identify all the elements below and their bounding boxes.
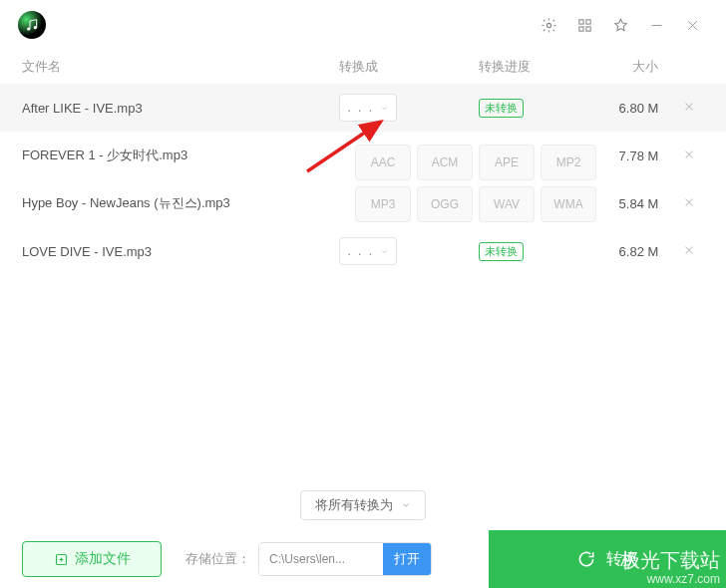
grid-button[interactable] (568, 9, 600, 41)
format-option-mp3[interactable]: MP3 (355, 186, 411, 222)
format-option-ape[interactable]: APE (479, 145, 535, 180)
add-file-label: 添加文件 (75, 550, 131, 568)
open-path-button[interactable]: 打开 (383, 543, 431, 575)
format-option-wav[interactable]: WAV (479, 186, 535, 222)
close-icon (682, 195, 696, 209)
favorite-button[interactable] (604, 9, 636, 41)
app-logo (18, 11, 46, 39)
format-option-acm[interactable]: ACM (417, 145, 473, 180)
format-option-aac[interactable]: AAC (355, 145, 411, 180)
minimize-icon (648, 17, 665, 34)
convert-label: 转换 (606, 549, 638, 570)
chevron-down-icon (380, 247, 389, 256)
add-file-icon (54, 552, 69, 567)
file-size: 6.80 M (587, 101, 659, 116)
close-icon (684, 17, 701, 34)
file-size: 5.84 M (587, 196, 659, 211)
chevron-down-icon (401, 500, 411, 510)
settings-button[interactable] (533, 9, 564, 41)
open-label: 打开 (394, 550, 420, 568)
file-name: After LIKE - IVE.mp3 (22, 101, 339, 116)
refresh-icon (576, 549, 596, 569)
svg-rect-6 (585, 26, 589, 30)
save-path-input[interactable] (259, 544, 383, 574)
file-name: LOVE DIVE - IVE.mp3 (22, 244, 339, 259)
table-header: 文件名 转换成 转换进度 大小 (0, 50, 726, 84)
save-path-box: 打开 (258, 542, 432, 576)
bottom-bar: 添加文件 存储位置： 打开 转换 极光下载站 www.xz7.com (0, 530, 726, 588)
remove-row-button[interactable] (682, 147, 696, 164)
star-icon (612, 17, 629, 34)
format-option-mp2[interactable]: MP2 (541, 145, 596, 180)
header-convert-to: 转换成 (339, 58, 478, 76)
svg-rect-5 (578, 26, 582, 30)
music-note-icon (24, 17, 40, 33)
dots-label: . . . (347, 244, 374, 258)
add-file-button[interactable]: 添加文件 (22, 541, 162, 577)
svg-point-0 (27, 27, 30, 30)
convert-all-dropdown[interactable]: 将所有转换为 (300, 490, 426, 520)
svg-point-2 (546, 23, 550, 27)
file-name: Hype Boy - NewJeans (뉴진스).mp3 (22, 194, 339, 212)
file-name: FOREVER 1 - 少女时代.mp3 (22, 147, 339, 164)
file-size: 7.78 M (587, 148, 659, 163)
table-row: After LIKE - IVE.mp3. . .未转换6.80 M (0, 84, 726, 132)
header-filename: 文件名 (22, 58, 339, 76)
format-dropdown-panel: AACACMAPEMP2MP3OGGWAVWMA (355, 145, 596, 222)
gear-icon (541, 17, 557, 34)
remove-row-button[interactable] (682, 195, 696, 212)
format-dropdown[interactable]: . . . (339, 237, 397, 265)
svg-rect-3 (578, 19, 582, 23)
file-size: 6.82 M (587, 244, 659, 259)
grid-icon (576, 17, 593, 34)
status-badge: 未转换 (479, 242, 524, 261)
chevron-down-icon (380, 104, 389, 113)
convert-all-label: 将所有转换为 (315, 496, 393, 514)
save-location-label: 存储位置： (185, 550, 250, 568)
close-icon (682, 147, 696, 161)
svg-point-1 (34, 26, 37, 29)
remove-row-button[interactable] (682, 100, 696, 117)
format-option-ogg[interactable]: OGG (417, 186, 473, 222)
close-icon (682, 243, 696, 257)
format-dropdown[interactable]: . . . (339, 94, 397, 122)
convert-button[interactable]: 转换 极光下载站 www.xz7.com (489, 530, 726, 588)
watermark-line2: www.xz7.com (647, 572, 720, 586)
header-size: 大小 (587, 58, 659, 76)
minimize-button[interactable] (640, 9, 672, 41)
titlebar (0, 0, 726, 50)
status-badge: 未转换 (479, 99, 524, 118)
remove-row-button[interactable] (682, 243, 696, 260)
convert-all-bar: 将所有转换为 (0, 490, 726, 520)
header-progress: 转换进度 (479, 58, 587, 76)
svg-rect-4 (585, 19, 589, 23)
close-icon (682, 100, 696, 114)
format-option-wma[interactable]: WMA (541, 186, 596, 222)
dots-label: . . . (347, 101, 374, 115)
table-row: LOVE DIVE - IVE.mp3. . .未转换6.82 M (0, 227, 726, 275)
close-window-button[interactable] (676, 9, 708, 41)
